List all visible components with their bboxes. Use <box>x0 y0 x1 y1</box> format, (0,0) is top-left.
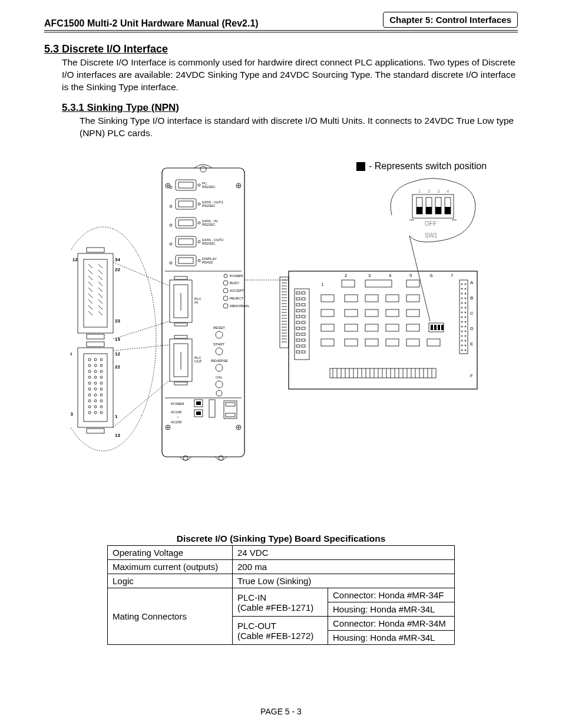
svg-text:AC100: AC100 <box>171 410 182 414</box>
svg-rect-204 <box>296 327 300 330</box>
svg-point-238 <box>461 307 462 308</box>
svg-point-247 <box>465 326 466 327</box>
svg-rect-313 <box>412 195 454 218</box>
svg-point-55 <box>88 406 91 408</box>
svg-text:13: 13 <box>115 433 120 438</box>
svg-point-71 <box>183 456 188 460</box>
svg-point-94 <box>198 203 200 205</box>
svg-rect-194 <box>296 298 300 300</box>
svg-text:B: B <box>470 295 473 301</box>
svg-point-116 <box>224 274 227 278</box>
svg-text:BUSY: BUSY <box>230 281 239 285</box>
svg-text:23: 23 <box>115 318 120 324</box>
svg-line-13 <box>98 270 103 274</box>
svg-text:34: 34 <box>71 351 72 357</box>
svg-point-257 <box>465 350 466 351</box>
svg-point-40 <box>88 376 91 378</box>
svg-rect-2 <box>84 259 107 327</box>
svg-point-97 <box>170 224 172 226</box>
svg-point-46 <box>88 388 91 390</box>
svg-rect-287 <box>330 368 436 378</box>
svg-rect-275 <box>406 324 419 331</box>
svg-text:7: 7 <box>451 273 454 278</box>
spec-logic-val: True Low (Sinking) <box>233 574 455 588</box>
svg-text:12: 12 <box>115 351 120 357</box>
spec-plc-out-hous: Housing: Honda #MR-34L <box>328 631 455 645</box>
svg-rect-203 <box>302 321 305 324</box>
svg-rect-272 <box>345 324 358 331</box>
svg-point-33 <box>100 358 103 361</box>
svg-text:IN: IN <box>194 301 198 304</box>
svg-text:A: A <box>470 280 474 285</box>
svg-text:22: 22 <box>115 267 120 272</box>
svg-rect-93 <box>178 201 193 207</box>
svg-rect-62 <box>87 429 104 433</box>
svg-text:RS232C: RS232C <box>202 185 216 189</box>
svg-rect-266 <box>321 309 334 317</box>
svg-rect-261 <box>321 295 334 302</box>
svg-rect-22 <box>87 334 104 339</box>
svg-point-243 <box>465 317 466 318</box>
svg-point-88 <box>198 184 200 186</box>
svg-rect-195 <box>302 298 305 300</box>
svg-rect-193 <box>302 292 305 294</box>
svg-rect-325 <box>445 207 451 214</box>
svg-point-241 <box>465 312 466 313</box>
svg-text:C: C <box>470 311 474 316</box>
svg-point-51 <box>100 394 103 396</box>
svg-rect-213 <box>302 351 305 353</box>
svg-rect-208 <box>296 339 300 341</box>
section-5-3-body: The Discrete I/O Interface is commonly u… <box>62 57 518 94</box>
svg-rect-158 <box>209 400 215 417</box>
svg-text:REVERSE: REVERSE <box>211 359 228 363</box>
svg-line-19 <box>98 305 103 309</box>
svg-point-138 <box>216 364 223 371</box>
svg-line-9 <box>88 299 92 304</box>
svg-point-100 <box>198 222 200 224</box>
svg-text:RESET: RESET <box>213 326 225 330</box>
svg-rect-273 <box>365 324 378 331</box>
svg-point-85 <box>170 186 172 189</box>
spec-op-volt-val: 24 VDC <box>233 546 455 560</box>
svg-rect-271 <box>321 324 334 331</box>
section-5-3-1-body: The Sinking Type I/O interface is standa… <box>80 115 518 140</box>
svg-rect-258 <box>342 280 355 287</box>
svg-point-109 <box>170 262 172 264</box>
svg-text:~: ~ <box>177 415 179 419</box>
svg-rect-227 <box>459 280 468 354</box>
svg-point-103 <box>170 243 172 245</box>
spec-op-volt-label: Operating Voltage <box>108 546 233 560</box>
svg-text:ABNORMAL: ABNORMAL <box>230 304 250 308</box>
svg-point-57 <box>100 406 103 408</box>
svg-point-233 <box>465 293 466 294</box>
svg-point-234 <box>461 298 462 299</box>
svg-rect-322 <box>416 207 422 214</box>
svg-text:4: 4 <box>447 189 449 194</box>
spec-plc-out: PLC-OUT (Cable #FEB-1272) <box>233 617 328 645</box>
svg-line-8 <box>88 294 92 298</box>
svg-point-38 <box>94 370 97 373</box>
svg-text:3: 3 <box>437 189 440 194</box>
svg-text:OFF: OFF <box>425 220 437 227</box>
svg-line-11 <box>88 311 92 315</box>
svg-point-249 <box>465 331 466 332</box>
svg-text:1: 1 <box>321 282 324 287</box>
svg-rect-207 <box>302 333 305 335</box>
svg-line-6 <box>88 282 92 286</box>
svg-rect-268 <box>365 309 378 317</box>
svg-rect-324 <box>435 207 441 214</box>
svg-point-228 <box>461 284 462 285</box>
spec-table-title: Discrete I/O (Sinking Type) Board Specif… <box>0 533 562 544</box>
svg-rect-263 <box>365 295 378 302</box>
svg-point-41 <box>94 376 97 378</box>
svg-rect-200 <box>296 315 300 318</box>
svg-text:REJECT: REJECT <box>230 297 244 300</box>
svg-line-20 <box>98 311 103 315</box>
svg-point-47 <box>94 388 97 390</box>
svg-text:4: 4 <box>389 273 392 278</box>
svg-line-163 <box>113 321 170 339</box>
svg-text:23: 23 <box>71 411 73 417</box>
svg-text:6: 6 <box>430 273 433 278</box>
svg-text:34: 34 <box>115 257 120 262</box>
svg-point-237 <box>465 302 466 304</box>
